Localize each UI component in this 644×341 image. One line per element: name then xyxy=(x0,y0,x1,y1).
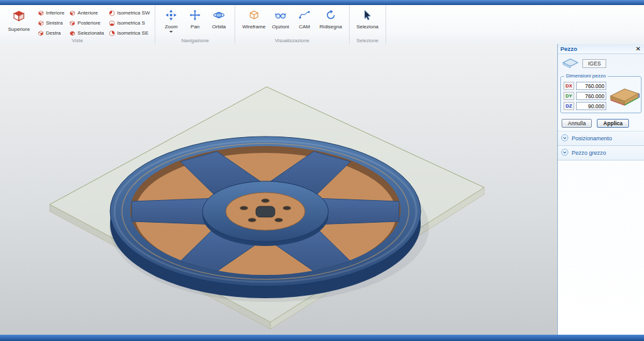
panel-buttons-row: Annulla Applica xyxy=(558,116,644,131)
eyeglasses-icon xyxy=(275,9,286,23)
view-posteriore-button[interactable]: Posteriore xyxy=(68,18,105,28)
view-label: Destra xyxy=(46,30,61,36)
select-label: Seleziona xyxy=(357,24,379,30)
dz-row: DZ xyxy=(564,102,606,110)
redraw-button[interactable]: Ridisegna xyxy=(316,7,345,31)
select-button[interactable]: Seleziona xyxy=(353,7,382,31)
panel-title: Pezzo xyxy=(560,45,577,52)
pan-button[interactable]: Pan xyxy=(183,7,207,31)
workpiece-diamond-icon xyxy=(562,57,579,69)
view-label: Isometrica SW xyxy=(117,10,150,16)
dy-row: DY xyxy=(564,92,606,100)
ribbon-toolbar: Superiore Inferiore Sinistra Destra Ante… xyxy=(0,5,644,45)
dz-label: DZ xyxy=(564,102,574,110)
view-destra-button[interactable]: Destra xyxy=(36,28,65,38)
view-cube-icon xyxy=(69,10,75,16)
view-cube-icon xyxy=(69,20,75,26)
view-selezionata-button[interactable]: Selezionata xyxy=(68,28,105,38)
view-label: Isometrica S xyxy=(117,20,145,26)
viewport-3d[interactable] xyxy=(0,44,557,335)
zoom-label: Zoom xyxy=(165,24,177,30)
view-label: Selezionata xyxy=(77,30,104,36)
stock-board-thumbnail xyxy=(608,82,641,110)
ribbon-group-selezione: Seleziona Selezione xyxy=(350,5,386,44)
dz-input[interactable] xyxy=(576,102,606,110)
redraw-label: Ridisegna xyxy=(319,24,342,30)
cam-button[interactable]: CAM xyxy=(292,7,316,31)
zoom-button[interactable]: Zoom xyxy=(159,7,183,34)
options-button[interactable]: Opzioni xyxy=(269,7,292,31)
group-label-selezione: Selezione xyxy=(350,38,386,43)
panel-header: Pezzo ✕ xyxy=(558,44,644,54)
view-label: Inferiore xyxy=(46,10,64,16)
view-superiore-label: Superiore xyxy=(8,26,30,32)
dx-row: DX xyxy=(564,82,606,90)
refresh-icon xyxy=(325,9,336,23)
dy-label: DY xyxy=(564,92,574,100)
close-icon[interactable]: ✕ xyxy=(635,46,641,52)
toolpath-icon xyxy=(299,9,310,23)
dimensions-groupbox: Dimensioni pezzo DX DY DZ xyxy=(560,76,641,113)
window-bottom-bar xyxy=(0,335,644,341)
pan-label: Pan xyxy=(191,24,199,30)
view-superiore-button[interactable]: Superiore xyxy=(4,7,34,34)
section-pezzo-grezzo[interactable]: Pezzo grezzo xyxy=(558,146,644,160)
orbit-button[interactable]: Orbita xyxy=(207,7,231,31)
wireframe-cube-icon xyxy=(248,9,260,23)
chevron-down-circle-icon xyxy=(561,148,569,157)
wheel-model xyxy=(109,137,429,302)
dimension-fields: DX DY DZ xyxy=(564,82,606,110)
view-cube-icon xyxy=(38,20,44,26)
group-label-viste: Viste xyxy=(0,38,155,43)
orbit-label: Orbita xyxy=(212,24,226,30)
dropdown-arrow-icon xyxy=(169,31,173,33)
view-cube-icon xyxy=(109,10,115,16)
pezzo-panel: Pezzo ✕ IGES Dimensioni pezzo DX DY xyxy=(557,44,644,335)
cancel-button[interactable]: Annulla xyxy=(562,119,592,128)
cad-cam-application: Superiore Inferiore Sinistra Destra Ante… xyxy=(0,0,644,341)
view-cube-top-icon xyxy=(12,9,26,25)
dimensions-group-label: Dimensioni pezzo xyxy=(564,73,608,79)
view-isometrica-se-button[interactable]: Isometrica SE xyxy=(108,28,151,38)
view-sinistra-button[interactable]: Sinistra xyxy=(36,18,65,28)
options-label: Opzioni xyxy=(272,24,289,30)
viewport-canvas xyxy=(0,44,557,335)
file-format-value[interactable]: IGES xyxy=(582,59,606,68)
zoom-icon xyxy=(165,9,177,23)
view-isometrica-sw-button[interactable]: Isometrica SW xyxy=(108,8,151,18)
view-anteriore-button[interactable]: Anteriore xyxy=(68,8,105,18)
file-format-row: IGES xyxy=(558,54,644,72)
cam-label: CAM xyxy=(299,24,310,30)
dy-input[interactable] xyxy=(576,92,606,100)
view-inferiore-button[interactable]: Inferiore xyxy=(36,8,65,18)
view-label: Sinistra xyxy=(46,20,63,26)
view-cube-icon xyxy=(38,10,44,16)
view-label: Isometrica SE xyxy=(117,30,148,36)
dx-label: DX xyxy=(564,82,574,90)
orbit-icon xyxy=(213,9,225,23)
section-posizionamento[interactable]: Posizionamento xyxy=(558,131,644,146)
wireframe-button[interactable]: Wireframe xyxy=(239,7,269,31)
pan-icon xyxy=(189,9,201,23)
view-label: Posteriore xyxy=(77,20,100,26)
view-buttons-grid: Inferiore Sinistra Destra Anteriore Post… xyxy=(36,8,151,38)
ribbon-group-visualizzazione: Wireframe Opzioni CAM Ridisegna Visualiz… xyxy=(235,5,349,44)
window-title-bar xyxy=(0,0,644,5)
cursor-arrow-icon xyxy=(362,9,373,23)
section-posizionamento-label: Posizionamento xyxy=(572,135,612,142)
dx-input[interactable] xyxy=(576,82,606,90)
view-isometrica-s-button[interactable]: Isometrica S xyxy=(108,18,151,28)
section-pezzo-grezzo-label: Pezzo grezzo xyxy=(572,150,606,156)
wireframe-label: Wireframe xyxy=(242,24,265,30)
ribbon-group-navigazione: Zoom Pan Orbita Navigazione xyxy=(155,5,235,44)
view-cube-icon xyxy=(38,30,44,36)
apply-button[interactable]: Applica xyxy=(597,119,629,128)
view-label: Anteriore xyxy=(77,10,97,16)
ribbon-empty-space xyxy=(386,5,644,44)
chevron-down-circle-icon xyxy=(561,134,569,143)
group-label-navigazione: Navigazione xyxy=(155,38,235,43)
view-cube-icon xyxy=(69,30,75,36)
group-label-visualizzazione: Visualizzazione xyxy=(235,38,348,43)
view-cube-icon xyxy=(109,20,115,26)
view-cube-icon xyxy=(109,30,115,36)
